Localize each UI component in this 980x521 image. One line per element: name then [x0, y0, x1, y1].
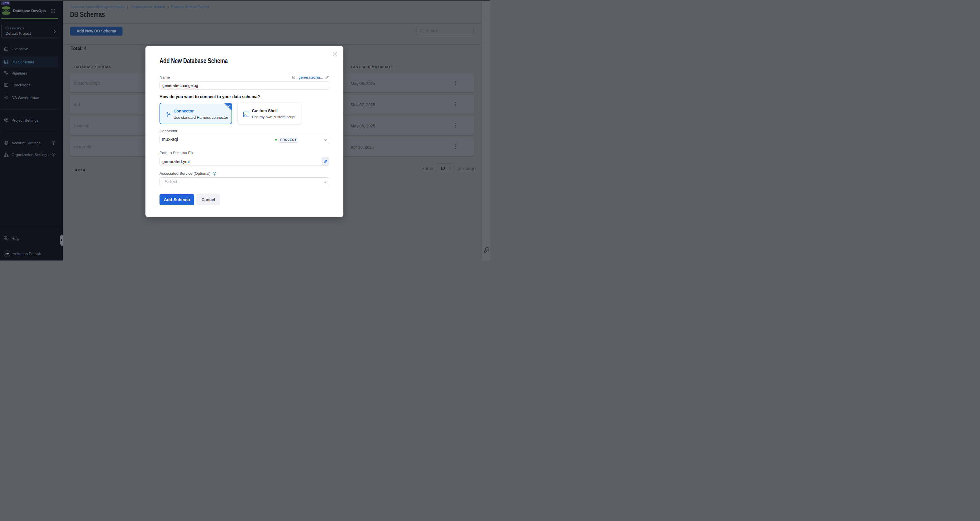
svg-text:?: ?	[5, 237, 6, 239]
